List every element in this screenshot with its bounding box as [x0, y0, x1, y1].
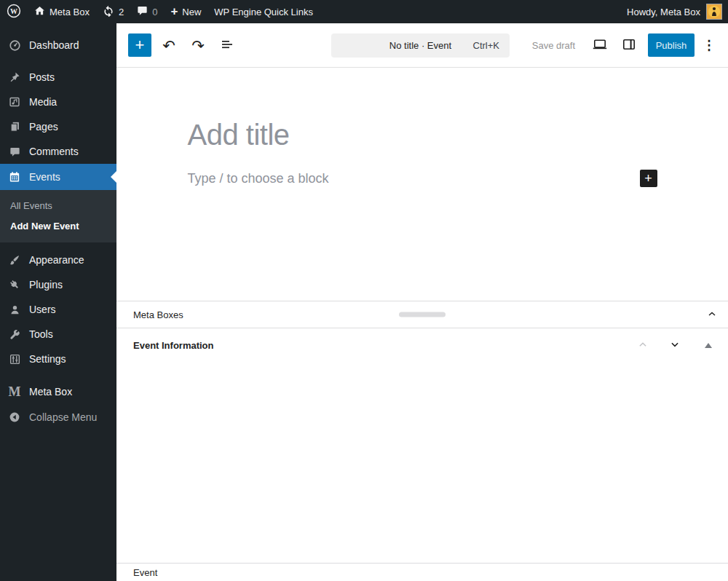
sidebar-item-media[interactable]: Media: [0, 90, 116, 114]
block-inserter-toggle-button[interactable]: +: [128, 33, 151, 57]
dashboard-icon: [7, 39, 23, 52]
move-up-button[interactable]: [632, 339, 654, 352]
media-icon: [7, 96, 23, 108]
home-icon: [34, 5, 45, 18]
block-inserter-button[interactable]: +: [640, 170, 657, 187]
document-overview-button[interactable]: [215, 33, 239, 57]
wp-logo-menu[interactable]: W: [0, 0, 28, 23]
admin-bar-right: Howdy, Meta Box: [627, 4, 728, 20]
sidebar-item-tools[interactable]: Tools: [0, 322, 116, 347]
sidebar-item-appearance[interactable]: Appearance: [0, 248, 116, 272]
postbox-title: Event Information: [133, 340, 214, 351]
undo-button[interactable]: ↶: [157, 33, 181, 57]
sidebar-item-label: Meta Box: [29, 386, 72, 398]
comments-menu[interactable]: 0: [130, 0, 164, 23]
update-icon: [103, 5, 114, 19]
sidebar-item-label: Appearance: [29, 254, 84, 266]
sidebar-item-dashboard[interactable]: Dashboard: [0, 33, 116, 58]
sidebar-item-label: Pages: [29, 121, 58, 133]
comments-icon: [7, 146, 23, 157]
toggle-panel-button[interactable]: [699, 343, 718, 348]
comment-icon: [137, 5, 148, 18]
list-view-icon: [218, 36, 236, 55]
empty-block-paragraph[interactable]: Type / to choose a block: [188, 171, 329, 186]
meta-boxes-area: Meta Boxes Event Information: [116, 301, 728, 581]
admin-sidebar: Dashboard Posts Media Pages Comments Eve…: [0, 23, 116, 581]
submenu-item-label: All Events: [10, 200, 52, 211]
sidebar-item-comments[interactable]: Comments: [0, 139, 116, 164]
user-icon: [7, 304, 23, 315]
updates-count: 2: [119, 7, 124, 17]
collapse-meta-boxes-button[interactable]: [706, 308, 718, 322]
plus-icon: +: [170, 5, 178, 17]
sidebar-item-pages[interactable]: Pages: [0, 114, 116, 139]
postbox-controls: [632, 339, 718, 352]
sidebar-item-users[interactable]: Users: [0, 297, 116, 322]
command-center-button[interactable]: No title · Event Ctrl+K: [331, 33, 510, 58]
triangle-up-icon: [705, 343, 712, 348]
editor-toolbar: + ↶ ↷ No title · Event Ctrl+K Save draft…: [116, 23, 728, 68]
preview-button[interactable]: [588, 33, 612, 57]
updates-menu[interactable]: 2: [96, 0, 130, 23]
move-down-button[interactable]: [664, 339, 686, 352]
new-content-menu[interactable]: + New: [164, 0, 207, 23]
pages-icon: [7, 121, 23, 133]
post-title-input[interactable]: Add title: [188, 119, 657, 151]
meta-boxes-resize-handle[interactable]: [399, 312, 446, 317]
new-label: New: [182, 7, 201, 17]
wordpress-logo-icon: W: [7, 4, 21, 20]
kebab-icon: ⋮: [703, 38, 716, 52]
meta-box-logo-icon: M: [7, 385, 23, 398]
event-information-postbox-header[interactable]: Event Information: [116, 328, 728, 362]
sidebar-item-collapse-menu[interactable]: Collapse Menu: [0, 405, 116, 430]
desktop-preview-icon: [591, 36, 609, 55]
sidebar-item-label: Events: [29, 171, 60, 183]
user-avatar[interactable]: [706, 4, 722, 20]
menu-separator: [0, 371, 116, 379]
sidebar-item-plugins[interactable]: Plugins: [0, 272, 116, 297]
sidebar-item-label: Settings: [29, 353, 66, 365]
collapse-arrow-icon: [7, 411, 23, 423]
howdy-label[interactable]: Howdy, Meta Box: [627, 7, 700, 17]
plugin-icon: [7, 279, 23, 290]
command-shortcut-label: Ctrl+K: [473, 33, 499, 58]
settings-sidebar-toggle-button[interactable]: [617, 33, 641, 57]
quick-links-label: WP Engine Quick Links: [214, 7, 313, 17]
sidebar-item-label: Plugins: [29, 279, 63, 290]
events-submenu: All Events Add New Event: [0, 190, 116, 242]
menu-separator: [0, 58, 116, 65]
comments-count: 0: [152, 7, 157, 17]
redo-icon: ↷: [191, 38, 205, 53]
sidebar-panel-icon: [620, 36, 638, 55]
publish-button[interactable]: Publish: [648, 33, 695, 57]
sidebar-item-label: Collapse Menu: [29, 411, 97, 423]
editor-main: + ↶ ↷ No title · Event Ctrl+K Save draft…: [116, 23, 728, 581]
save-draft-button[interactable]: Save draft: [525, 36, 582, 55]
options-menu-button[interactable]: ⋮: [700, 33, 718, 57]
wp-engine-quick-links-menu[interactable]: WP Engine Quick Links: [207, 0, 320, 23]
meta-boxes-panel-header: Meta Boxes: [116, 301, 728, 328]
site-name-menu[interactable]: Meta Box: [28, 0, 96, 23]
sidebar-item-posts[interactable]: Posts: [0, 65, 116, 90]
sidebar-subitem-all-events[interactable]: All Events: [0, 195, 116, 216]
sidebar-item-meta-box[interactable]: M Meta Box: [0, 379, 116, 404]
svg-text:W: W: [10, 7, 17, 15]
settings-icon: [7, 354, 23, 365]
pin-icon: [7, 71, 23, 83]
sidebar-item-label: Posts: [29, 71, 55, 83]
submenu-item-label: Add New Event: [10, 221, 79, 232]
paintbrush-icon: [7, 254, 23, 266]
chevron-up-icon: [706, 308, 718, 322]
sidebar-item-label: Users: [29, 304, 56, 315]
calendar-icon: [7, 171, 23, 183]
editor-canvas: Add title Type / to choose a block +: [116, 68, 728, 301]
sidebar-item-events[interactable]: Events: [0, 164, 116, 190]
sidebar-item-settings[interactable]: Settings: [0, 347, 116, 371]
document-type-breadcrumb[interactable]: Event: [133, 567, 157, 578]
site-name-label: Meta Box: [50, 7, 90, 17]
redo-button[interactable]: ↷: [186, 33, 210, 57]
sidebar-subitem-add-new-event[interactable]: Add New Event: [0, 216, 116, 236]
meta-boxes-title: Meta Boxes: [133, 309, 183, 320]
sidebar-item-label: Tools: [29, 328, 53, 340]
chevron-down-icon: [670, 339, 680, 352]
